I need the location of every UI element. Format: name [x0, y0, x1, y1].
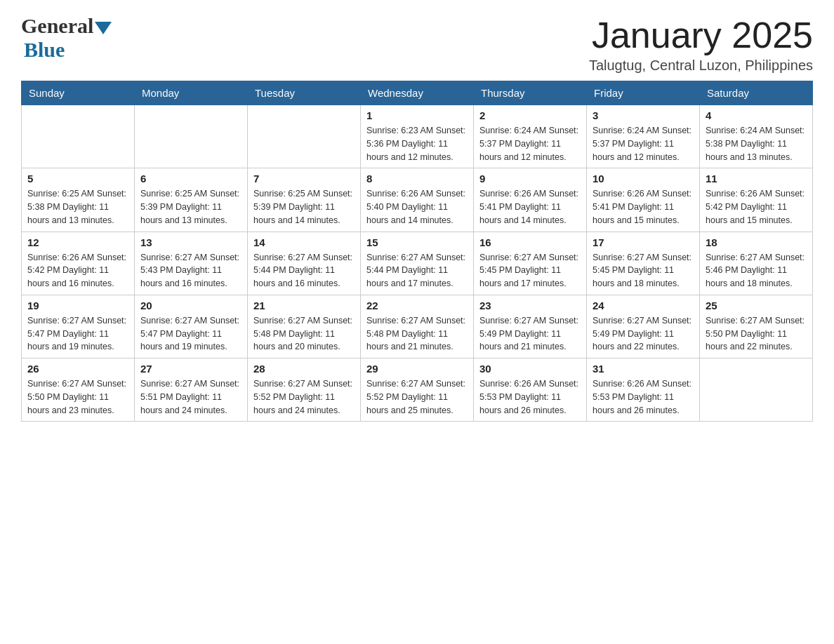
- calendar-cell: 31Sunrise: 6:26 AM Sunset: 5:53 PM Dayli…: [587, 358, 700, 422]
- day-info: Sunrise: 6:23 AM Sunset: 5:36 PM Dayligh…: [366, 124, 468, 163]
- day-info: Sunrise: 6:26 AM Sunset: 5:53 PM Dayligh…: [479, 377, 581, 417]
- day-info: Sunrise: 6:25 AM Sunset: 5:38 PM Dayligh…: [27, 187, 128, 227]
- day-number: 26: [27, 363, 128, 375]
- day-info: Sunrise: 6:27 AM Sunset: 5:48 PM Dayligh…: [253, 314, 355, 354]
- day-number: 10: [593, 173, 694, 185]
- day-number: 17: [593, 236, 694, 248]
- calendar-cell: 5Sunrise: 6:25 AM Sunset: 5:38 PM Daylig…: [22, 168, 135, 232]
- calendar-cell: 15Sunrise: 6:27 AM Sunset: 5:44 PM Dayli…: [361, 232, 474, 295]
- day-info: Sunrise: 6:26 AM Sunset: 5:53 PM Dayligh…: [593, 377, 694, 417]
- calendar-header-friday: Friday: [587, 81, 700, 105]
- calendar-cell: 14Sunrise: 6:27 AM Sunset: 5:44 PM Dayli…: [248, 232, 361, 295]
- calendar-cell: 6Sunrise: 6:25 AM Sunset: 5:39 PM Daylig…: [135, 168, 248, 232]
- calendar-header-saturday: Saturday: [700, 81, 813, 105]
- day-number: 28: [253, 363, 355, 375]
- day-number: 15: [366, 236, 468, 248]
- calendar-cell: 22Sunrise: 6:27 AM Sunset: 5:48 PM Dayli…: [361, 295, 474, 358]
- calendar-week-row: 26Sunrise: 6:27 AM Sunset: 5:50 PM Dayli…: [22, 358, 813, 422]
- month-title: January 2025: [589, 14, 813, 56]
- day-number: 14: [253, 236, 355, 248]
- day-info: Sunrise: 6:24 AM Sunset: 5:37 PM Dayligh…: [593, 124, 694, 163]
- day-info: Sunrise: 6:27 AM Sunset: 5:45 PM Dayligh…: [479, 251, 581, 290]
- calendar-cell: 11Sunrise: 6:26 AM Sunset: 5:42 PM Dayli…: [700, 168, 813, 232]
- day-info: Sunrise: 6:27 AM Sunset: 5:47 PM Dayligh…: [27, 314, 128, 354]
- calendar-cell: [700, 358, 813, 422]
- day-info: Sunrise: 6:27 AM Sunset: 5:46 PM Dayligh…: [706, 251, 807, 290]
- calendar-cell: 17Sunrise: 6:27 AM Sunset: 5:45 PM Dayli…: [587, 232, 700, 295]
- calendar-cell: 29Sunrise: 6:27 AM Sunset: 5:52 PM Dayli…: [361, 358, 474, 422]
- calendar-header-wednesday: Wednesday: [361, 81, 474, 105]
- logo: General Blue: [21, 14, 112, 62]
- calendar-cell: 20Sunrise: 6:27 AM Sunset: 5:47 PM Dayli…: [135, 295, 248, 358]
- calendar-cell: 30Sunrise: 6:26 AM Sunset: 5:53 PM Dayli…: [474, 358, 587, 422]
- day-info: Sunrise: 6:27 AM Sunset: 5:49 PM Dayligh…: [479, 314, 581, 354]
- day-number: 25: [706, 300, 807, 311]
- day-number: 30: [479, 363, 581, 375]
- calendar-cell: 19Sunrise: 6:27 AM Sunset: 5:47 PM Dayli…: [22, 295, 135, 358]
- day-number: 16: [479, 236, 581, 248]
- day-info: Sunrise: 6:27 AM Sunset: 5:47 PM Dayligh…: [140, 314, 241, 354]
- day-number: 5: [27, 173, 128, 185]
- calendar-cell: 7Sunrise: 6:25 AM Sunset: 5:39 PM Daylig…: [248, 168, 361, 232]
- day-number: 29: [366, 363, 468, 375]
- day-info: Sunrise: 6:27 AM Sunset: 5:45 PM Dayligh…: [593, 251, 694, 290]
- calendar-cell: 24Sunrise: 6:27 AM Sunset: 5:49 PM Dayli…: [587, 295, 700, 358]
- calendar-cell: 1Sunrise: 6:23 AM Sunset: 5:36 PM Daylig…: [361, 105, 474, 168]
- calendar-cell: 12Sunrise: 6:26 AM Sunset: 5:42 PM Dayli…: [22, 232, 135, 295]
- day-number: 21: [253, 300, 355, 311]
- day-info: Sunrise: 6:27 AM Sunset: 5:50 PM Dayligh…: [27, 377, 128, 417]
- calendar-cell: 21Sunrise: 6:27 AM Sunset: 5:48 PM Dayli…: [248, 295, 361, 358]
- calendar-cell: 10Sunrise: 6:26 AM Sunset: 5:41 PM Dayli…: [587, 168, 700, 232]
- day-info: Sunrise: 6:27 AM Sunset: 5:43 PM Dayligh…: [140, 251, 241, 290]
- day-number: 1: [366, 109, 468, 121]
- day-info: Sunrise: 6:26 AM Sunset: 5:42 PM Dayligh…: [27, 251, 128, 290]
- day-number: 4: [706, 109, 807, 121]
- day-number: 13: [140, 236, 241, 248]
- day-info: Sunrise: 6:26 AM Sunset: 5:40 PM Dayligh…: [366, 187, 468, 227]
- calendar-cell: 16Sunrise: 6:27 AM Sunset: 5:45 PM Dayli…: [474, 232, 587, 295]
- logo-triangle-icon: [95, 22, 112, 34]
- day-number: 24: [593, 300, 694, 311]
- day-info: Sunrise: 6:24 AM Sunset: 5:37 PM Dayligh…: [479, 124, 581, 163]
- day-number: 18: [706, 236, 807, 248]
- page-header: General Blue January 2025 Talugtug, Cent…: [21, 14, 813, 74]
- calendar-week-row: 5Sunrise: 6:25 AM Sunset: 5:38 PM Daylig…: [22, 168, 813, 232]
- calendar-cell: 18Sunrise: 6:27 AM Sunset: 5:46 PM Dayli…: [700, 232, 813, 295]
- calendar-header-tuesday: Tuesday: [248, 81, 361, 105]
- calendar-header-sunday: Sunday: [22, 81, 135, 105]
- calendar-header-row: SundayMondayTuesdayWednesdayThursdayFrid…: [22, 81, 813, 105]
- calendar-cell: [248, 105, 361, 168]
- day-number: 20: [140, 300, 241, 311]
- day-number: 6: [140, 173, 241, 185]
- calendar-cell: [22, 105, 135, 168]
- day-number: 2: [479, 109, 581, 121]
- day-info: Sunrise: 6:27 AM Sunset: 5:49 PM Dayligh…: [593, 314, 694, 354]
- day-number: 3: [593, 109, 694, 121]
- calendar-week-row: 1Sunrise: 6:23 AM Sunset: 5:36 PM Daylig…: [22, 105, 813, 168]
- calendar-cell: 8Sunrise: 6:26 AM Sunset: 5:40 PM Daylig…: [361, 168, 474, 232]
- location: Talugtug, Central Luzon, Philippines: [589, 58, 813, 74]
- calendar-cell: 25Sunrise: 6:27 AM Sunset: 5:50 PM Dayli…: [700, 295, 813, 358]
- calendar-cell: [135, 105, 248, 168]
- day-number: 7: [253, 173, 355, 185]
- day-info: Sunrise: 6:27 AM Sunset: 5:44 PM Dayligh…: [366, 251, 468, 290]
- calendar-cell: 9Sunrise: 6:26 AM Sunset: 5:41 PM Daylig…: [474, 168, 587, 232]
- day-number: 11: [706, 173, 807, 185]
- day-number: 23: [479, 300, 581, 311]
- day-info: Sunrise: 6:27 AM Sunset: 5:50 PM Dayligh…: [706, 314, 807, 354]
- calendar-cell: 3Sunrise: 6:24 AM Sunset: 5:37 PM Daylig…: [587, 105, 700, 168]
- day-info: Sunrise: 6:27 AM Sunset: 5:52 PM Dayligh…: [366, 377, 468, 417]
- calendar-cell: 27Sunrise: 6:27 AM Sunset: 5:51 PM Dayli…: [135, 358, 248, 422]
- day-info: Sunrise: 6:26 AM Sunset: 5:41 PM Dayligh…: [593, 187, 694, 227]
- day-info: Sunrise: 6:26 AM Sunset: 5:42 PM Dayligh…: [706, 187, 807, 227]
- calendar-cell: 28Sunrise: 6:27 AM Sunset: 5:52 PM Dayli…: [248, 358, 361, 422]
- day-number: 19: [27, 300, 128, 311]
- day-number: 27: [140, 363, 241, 375]
- day-info: Sunrise: 6:26 AM Sunset: 5:41 PM Dayligh…: [479, 187, 581, 227]
- calendar-cell: 4Sunrise: 6:24 AM Sunset: 5:38 PM Daylig…: [700, 105, 813, 168]
- calendar-week-row: 19Sunrise: 6:27 AM Sunset: 5:47 PM Dayli…: [22, 295, 813, 358]
- calendar-cell: 23Sunrise: 6:27 AM Sunset: 5:49 PM Dayli…: [474, 295, 587, 358]
- day-number: 22: [366, 300, 468, 311]
- day-number: 8: [366, 173, 468, 185]
- logo-general: General: [21, 14, 93, 38]
